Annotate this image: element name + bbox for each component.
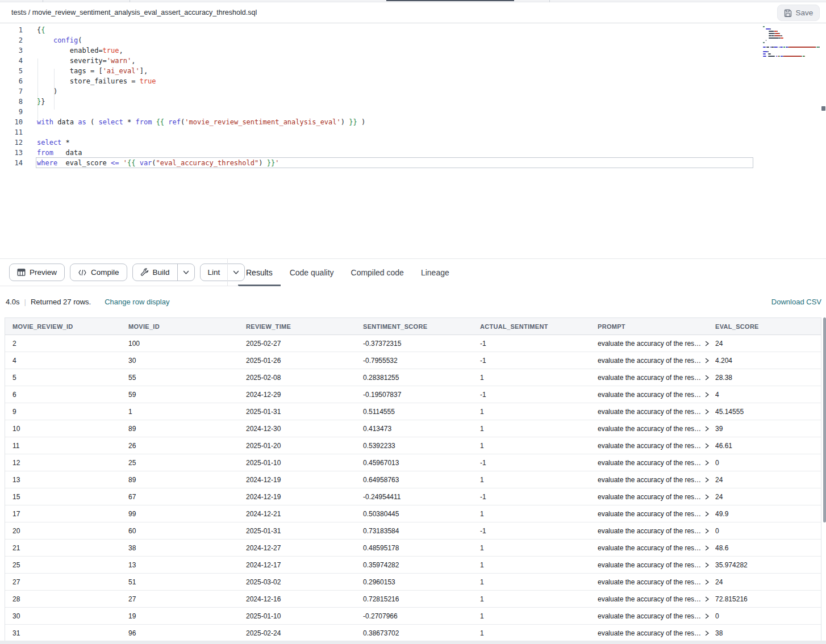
table-cell: 1 [128,408,246,416]
table-row: 31962025-02-240.386737021evaluate the ac… [5,625,821,642]
preview-button-label: Preview [30,268,57,277]
prompt-preview-text: evaluate the accuracy of the res… [598,408,701,416]
table-cell: 2024-12-21 [246,510,363,518]
chevron-right-icon[interactable] [704,613,710,619]
table-cell: 24 [715,493,821,501]
table-cell: -0.7955532 [363,357,480,365]
grid-table-icon [17,268,26,277]
chevron-right-icon[interactable] [704,528,710,534]
table-cell: 89 [128,476,246,484]
code-line[interactable]: ) [37,86,365,97]
code-line[interactable]: with data as ( select * from {{ ref('mov… [37,117,365,127]
table-cell: 2025-02-08 [246,374,363,382]
code-line[interactable] [37,107,365,117]
minimap[interactable] [763,26,823,89]
chevron-right-icon[interactable] [704,341,710,346]
prompt-cell: evaluate the accuracy of the res… [598,459,715,467]
table-row: 27512025-03-020.29601531evaluate the acc… [5,574,821,591]
build-dropdown-toggle[interactable] [177,264,194,281]
prompt-cell: evaluate the accuracy of the res… [598,442,715,450]
table-cell: 1 [480,374,598,382]
prompt-preview-text: evaluate the accuracy of the res… [598,493,701,501]
tab-compiled-code[interactable]: Compiled code [343,259,412,286]
table-cell: 11 [12,442,128,450]
table-cell: 25 [128,459,246,467]
results-scrollbar-thumb[interactable] [823,317,826,522]
code-line[interactable] [37,127,365,137]
table-cell: 2025-02-27 [246,340,363,348]
chevron-right-icon[interactable] [704,494,710,500]
table-cell: 4 [12,357,128,365]
table-cell: 46.61 [715,442,821,450]
sql-editor[interactable]: 1234567891011121314 {{ config( enabled=t… [0,23,826,258]
prompt-cell: evaluate the accuracy of the res… [598,612,715,620]
table-cell: 100 [128,340,246,348]
chevron-right-icon[interactable] [704,477,710,483]
code-line[interactable]: select * [37,137,365,148]
chevron-right-icon[interactable] [704,596,710,602]
table-cell: 89 [128,425,246,433]
code-line[interactable]: from data [37,148,365,158]
code-line[interactable]: tags = ['ai_eval'], [37,66,365,76]
table-cell: 4.204 [715,357,821,365]
chevron-right-icon[interactable] [704,630,710,636]
prompt-preview-text: evaluate the accuracy of the res… [598,578,701,586]
column-header-review_time: REVIEW_TIME [246,323,363,330]
code-lines[interactable]: {{ config( enabled=true, severity='warn'… [37,25,365,168]
table-cell: 0.45967013 [363,459,480,467]
prompt-preview-text: evaluate the accuracy of the res… [598,476,701,484]
tab-code-quality[interactable]: Code quality [282,259,342,286]
tab-label: Code quality [290,268,334,277]
compile-button[interactable]: Compile [70,264,127,281]
chevron-right-icon[interactable] [704,392,710,398]
lint-button[interactable]: Lint [201,264,228,281]
table-cell: 1 [480,510,598,518]
chevron-right-icon[interactable] [704,579,710,585]
code-line[interactable]: config( [37,35,365,45]
table-cell: 1 [480,561,598,569]
chevron-right-icon[interactable] [704,443,710,449]
code-line[interactable]: enabled=true, [37,45,365,56]
chevron-right-icon[interactable] [704,460,710,466]
tab-results[interactable]: Results [238,259,281,286]
chevron-right-icon[interactable] [704,409,710,415]
code-brackets-icon [78,269,87,276]
prompt-cell: evaluate the accuracy of the res… [598,527,715,535]
save-button[interactable]: Save [777,5,820,21]
tab-lineage[interactable]: Lineage [413,259,457,286]
lint-button-label: Lint [208,268,220,277]
prompt-cell: evaluate the accuracy of the res… [598,408,715,416]
chevron-right-icon[interactable] [704,545,710,551]
table-cell: 31 [12,629,128,637]
preview-button[interactable]: Preview [9,264,65,281]
code-line[interactable]: {{ [37,25,365,35]
prompt-cell: evaluate the accuracy of the res… [598,595,715,603]
chevron-right-icon[interactable] [704,375,710,380]
chevron-right-icon[interactable] [704,562,710,568]
chevron-right-icon[interactable] [704,426,710,432]
table-cell: 49.9 [715,510,821,518]
code-line[interactable]: }} [37,97,365,107]
download-csv-link[interactable]: Download CSV [771,298,821,306]
table-cell: 21 [12,544,128,552]
editor-scrollbar-mark[interactable] [821,106,825,111]
change-row-display-link[interactable]: Change row display [105,298,169,306]
table-cell: 28 [12,595,128,603]
table-cell: 30 [12,612,128,620]
prompt-preview-text: evaluate the accuracy of the res… [598,561,701,569]
table-cell: 13 [128,561,246,569]
prompt-preview-text: evaluate the accuracy of the res… [598,612,701,620]
line-number: 2 [0,35,30,45]
code-line[interactable]: severity='warn', [37,56,365,66]
chevron-right-icon[interactable] [704,511,710,517]
build-button[interactable]: Build [133,264,177,281]
code-line[interactable]: where eval_score <= '{{ var("eval_accura… [37,158,365,168]
table-row: 5552025-02-080.283812551evaluate the acc… [5,369,821,386]
table-cell: 20 [12,527,128,535]
chevron-right-icon[interactable] [704,358,710,363]
prompt-preview-text: evaluate the accuracy of the res… [598,527,701,535]
prompt-cell: evaluate the accuracy of the res… [598,476,715,484]
table-row: 12252025-01-100.45967013-1evaluate the a… [5,454,821,471]
table-cell: 2025-01-31 [246,408,363,416]
code-line[interactable]: store_failures = true [37,76,365,86]
